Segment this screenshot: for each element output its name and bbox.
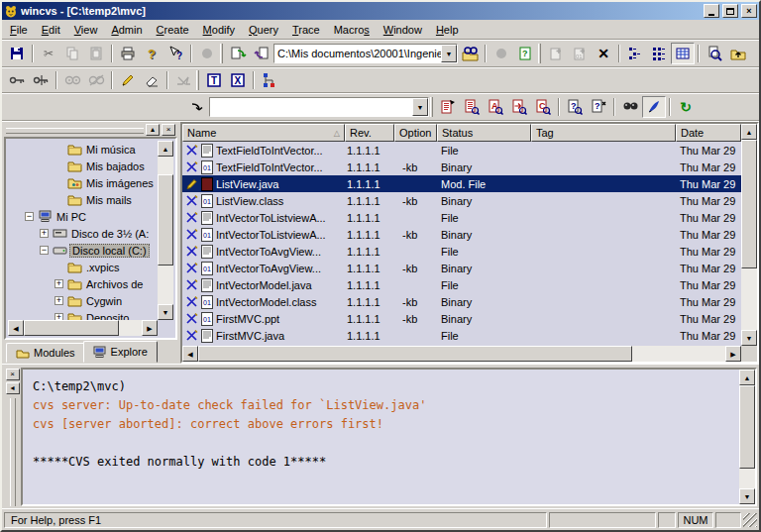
column-header-rev[interactable]: Rev. [345, 124, 394, 142]
close-button[interactable]: × [741, 4, 757, 18]
menu-window[interactable]: Window [377, 22, 429, 38]
tree-item[interactable]: +Cygwin [8, 292, 158, 309]
report-mode-button[interactable] [671, 43, 695, 64]
menu-modify[interactable]: Modify [196, 22, 242, 38]
file-row[interactable]: ListView.java1.1.1.1Mod. FileThu Mar 29 [182, 175, 741, 192]
maximize-button[interactable] [722, 4, 738, 18]
unlock-button[interactable] [29, 69, 53, 91]
tree-item[interactable]: +Archivos de [8, 275, 158, 292]
list-vertical-scrollbar[interactable]: ▲ ▼ [741, 124, 757, 346]
tree-vertical-scrollbar[interactable]: ▲ ▼ [158, 141, 173, 320]
flat-mode-button[interactable] [623, 43, 647, 64]
checkout-module-button[interactable] [226, 43, 250, 64]
browse-location-button[interactable] [458, 43, 482, 64]
tree-item[interactable]: −Mi PC [8, 208, 158, 225]
print-button[interactable] [116, 43, 140, 64]
checkin-button[interactable] [250, 43, 273, 64]
scroll-thumb[interactable] [24, 320, 119, 336]
menu-trace[interactable]: Trace [285, 22, 327, 38]
file-row[interactable]: 01ListView.class1.1.1.1-kbBinaryThu Mar … [182, 192, 741, 209]
recurse-mode-button[interactable] [647, 43, 671, 64]
menu-admin[interactable]: Admin [104, 22, 149, 38]
scroll-thumb[interactable] [739, 385, 755, 469]
title-bar[interactable]: wincvs - [C:\temp2\mvc] × [2, 2, 759, 20]
column-header-tag[interactable]: Tag [531, 124, 676, 142]
close-panel-icon[interactable]: × [162, 124, 175, 136]
help-button[interactable]: ? [140, 43, 163, 64]
paste-button[interactable] [84, 43, 108, 64]
cut-button[interactable]: ✂ [37, 43, 60, 64]
column-header-option[interactable]: Option [394, 124, 437, 142]
column-header-name[interactable]: Name△ [182, 124, 345, 142]
column-header-date[interactable]: Date [676, 124, 741, 142]
tree-item[interactable]: Mis bajados [8, 158, 158, 174]
context-help-button[interactable]: ? [163, 43, 187, 64]
expander-plus-icon[interactable]: + [54, 313, 63, 320]
file-row[interactable]: 01TextFieldToIntVector...1.1.1.1-kbBinar… [182, 159, 741, 175]
dropdown-icon[interactable]: ▼ [441, 45, 457, 62]
unedit-button[interactable] [140, 69, 163, 91]
goto-arrow-button[interactable] [185, 96, 209, 118]
file-row[interactable]: FirstMVC.java1.1.1.1FileThu Mar 29 [182, 327, 741, 344]
filter-removed-button[interactable] [507, 96, 531, 118]
scroll-down-icon[interactable]: ▼ [741, 330, 757, 346]
stop-button[interactable] [195, 43, 219, 64]
scroll-down-icon[interactable]: ▼ [739, 488, 755, 504]
scroll-thumb[interactable] [158, 174, 173, 266]
menu-edit[interactable]: Edit [35, 22, 67, 38]
menu-file[interactable]: File [3, 22, 35, 38]
column-header-status[interactable]: Status [437, 124, 531, 142]
file-row[interactable]: 01IntVectorToListviewA...1.1.1.1-kbBinar… [182, 226, 741, 243]
untag-button[interactable]: X [226, 69, 250, 91]
watch-off-button[interactable] [84, 69, 108, 91]
pin-panel-button[interactable]: ▴ [146, 124, 160, 136]
file-row[interactable]: TextFieldToIntVector...1.1.1.1FileThu Ma… [182, 142, 741, 159]
tree-item[interactable]: .xvpics [8, 259, 158, 275]
scroll-thumb[interactable] [198, 346, 632, 362]
filter-mask-button[interactable] [642, 96, 666, 118]
scroll-up-icon[interactable]: ▲ [739, 370, 755, 385]
dropdown-icon[interactable]: ▼ [412, 98, 428, 116]
resize-grip[interactable] [743, 513, 757, 527]
panel-dock-bar[interactable]: ▴ × [4, 123, 177, 137]
file-row[interactable]: IntVectorModel.java1.1.1.1FileThu Mar 29 [182, 276, 741, 293]
expander-minus-icon[interactable]: − [25, 212, 34, 221]
watch-on-button[interactable] [60, 69, 84, 91]
scroll-up-icon[interactable]: ▲ [158, 141, 173, 157]
copy-button[interactable] [60, 43, 84, 64]
collapse-console-icon[interactable]: ◂ [6, 382, 20, 394]
release-button[interactable] [171, 69, 195, 91]
menu-create[interactable]: Create [150, 22, 196, 38]
close-console-icon[interactable]: × [6, 369, 20, 380]
search-files-button[interactable] [618, 96, 642, 118]
menu-help[interactable]: Help [429, 22, 466, 38]
tree-item[interactable]: Mis imágenes [8, 174, 158, 191]
tree-item[interactable]: +Disco de 3½ (A: [8, 225, 158, 242]
expander-plus-icon[interactable]: + [54, 296, 63, 305]
edit-button[interactable] [116, 69, 140, 91]
tree-item[interactable]: Mi música [8, 141, 158, 158]
expander-plus-icon[interactable]: + [54, 279, 63, 288]
commit-modified-button[interactable] [436, 96, 460, 118]
lock-button[interactable] [5, 69, 29, 91]
add-file-button[interactable] [544, 43, 568, 64]
menu-view[interactable]: View [67, 22, 105, 38]
tree-item[interactable]: Mis mails [8, 191, 158, 208]
file-row[interactable]: IntVectorToListviewA...1.1.1.1FileThu Ma… [182, 209, 741, 226]
filter-conflict-button[interactable]: C [531, 96, 555, 118]
tree-item[interactable]: +Deposito [8, 309, 158, 320]
file-row[interactable]: 01FirstMVC.ppt1.1.1.1-kbBinaryThu Mar 29 [182, 310, 741, 327]
explore-view-button[interactable] [703, 43, 726, 64]
scroll-left-icon[interactable]: ◀ [182, 346, 198, 362]
expander-plus-icon[interactable]: + [40, 229, 49, 238]
console-vertical-scrollbar[interactable]: ▲ ▼ [739, 370, 755, 504]
scroll-left-icon[interactable]: ◀ [8, 320, 24, 336]
scroll-down-icon[interactable]: ▼ [158, 304, 173, 320]
tree-horizontal-scrollbar[interactable]: ◀ ▶ [8, 320, 158, 336]
file-row[interactable]: 01IntVectorToAvgView...1.1.1.1-kbBinaryT… [182, 260, 741, 276]
tree-item[interactable]: −Disco local (C:) [8, 242, 158, 259]
menu-query[interactable]: Query [242, 22, 285, 38]
add-binary-button[interactable]: 01 [568, 43, 592, 64]
filter-unknown-button[interactable]: ? [563, 96, 587, 118]
menu-macros[interactable]: Macros [327, 22, 377, 38]
